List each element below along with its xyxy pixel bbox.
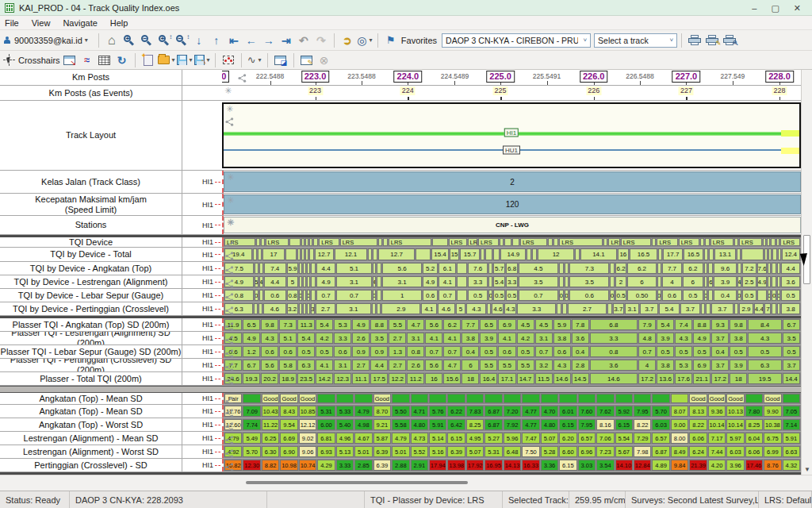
cell[interactable]: 17 — [262, 248, 285, 260]
sd-align-mean-label[interactable]: Lestrengan (Alignment) - Mean SD — [0, 432, 182, 444]
tqi-align-label[interactable]: TQI by Device - Lestrengan (Alignment) — [0, 275, 182, 288]
cell[interactable]: 3.3 — [506, 276, 518, 287]
cell[interactable] — [303, 290, 306, 301]
cell[interactable]: 15.4 — [431, 248, 449, 260]
menu-file[interactable]: File — [5, 18, 19, 28]
cell[interactable]: 5.14 — [429, 433, 446, 444]
cell[interactable]: 2.85 — [354, 460, 372, 471]
cell[interactable]: 0.7 — [336, 290, 371, 301]
cell[interactable]: 0 — [610, 290, 615, 301]
cell[interactable] — [757, 290, 767, 301]
cell[interactable]: 0.6 — [334, 346, 351, 357]
cell[interactable] — [485, 394, 502, 403]
data-table-button[interactable] — [97, 52, 113, 68]
cell[interactable]: 9.54 — [280, 419, 297, 430]
cell[interactable]: LRS — [449, 238, 467, 246]
km-event[interactable]: 228 — [772, 87, 787, 95]
cell[interactable]: 6.03 — [652, 419, 669, 430]
cell[interactable] — [737, 263, 741, 274]
speed-limit-value-bar[interactable]: 120✳ — [224, 194, 801, 214]
cell[interactable]: 0.7 — [535, 346, 553, 357]
cell[interactable]: Good — [726, 394, 744, 403]
cell[interactable]: 4.4 — [754, 303, 764, 314]
cell[interactable]: 7.7 — [462, 319, 479, 330]
cell[interactable]: 7.3 — [279, 319, 297, 330]
cell[interactable]: 0.4 — [572, 346, 589, 357]
new-document-button[interactable] — [140, 52, 156, 68]
cell[interactable]: 6.8 — [506, 263, 518, 274]
menu-view[interactable]: View — [32, 18, 51, 28]
close-view-button[interactable]: ⊗ — [316, 52, 332, 68]
cell[interactable]: 4.1 — [443, 333, 461, 344]
cell[interactable] — [253, 248, 257, 260]
cell[interactable]: 4.67 — [354, 433, 372, 444]
cell[interactable]: 2.9 — [739, 303, 753, 314]
cell[interactable]: 0.5 — [517, 346, 534, 357]
cell[interactable]: 3.7 — [640, 303, 658, 314]
cell[interactable] — [734, 238, 738, 246]
cell[interactable]: 19.3 — [243, 373, 260, 384]
cell[interactable]: 12.30 — [243, 460, 260, 471]
cell[interactable]: 6.30 — [262, 446, 279, 457]
cell[interactable]: 6.99 — [764, 446, 781, 457]
cell[interactable]: 0.6 — [569, 290, 609, 301]
cell[interactable]: 6.48 — [504, 446, 521, 457]
cell[interactable] — [411, 394, 428, 403]
cell[interactable]: LRS — [389, 238, 431, 246]
cell[interactable]: 3.7 — [613, 303, 624, 314]
cell[interactable]: 0 — [565, 290, 569, 301]
cell[interactable]: 5.9 — [553, 319, 571, 330]
tqi-cross-data[interactable]: 6.34.63.232.73.12.94.14.654.34.64.33.32.… — [222, 302, 801, 315]
cell[interactable]: 0.4 — [714, 290, 736, 301]
cell[interactable]: 4.9 — [243, 333, 260, 344]
cell[interactable]: 0.5 — [297, 346, 315, 357]
cell[interactable]: 5.4 — [297, 333, 315, 344]
cell[interactable]: 6.90 — [280, 446, 297, 457]
cell[interactable]: 8.49 — [671, 446, 688, 457]
cell[interactable]: 2.7 — [568, 303, 607, 314]
tqi-top-label[interactable]: TQI by Device - Angkatan (Top) — [0, 262, 182, 275]
cell[interactable]: 7.9 — [638, 319, 656, 330]
cell[interactable] — [610, 276, 615, 287]
cell[interactable]: LRS — [319, 238, 339, 246]
cell[interactable]: 4.89 — [652, 460, 669, 471]
cell[interactable]: 0.8 — [407, 346, 424, 357]
cell[interactable]: 6.04 — [745, 433, 763, 444]
cell[interactable] — [615, 394, 633, 403]
cell[interactable] — [652, 394, 669, 403]
cell[interactable]: 5.27 — [485, 433, 502, 444]
cell[interactable] — [311, 276, 316, 287]
cell[interactable]: 3.1 — [625, 303, 639, 314]
cell[interactable] — [778, 248, 781, 260]
cell[interactable]: 5.5 — [517, 360, 534, 371]
cell[interactable]: 3.6 — [590, 360, 638, 371]
cell[interactable]: 3.5 — [370, 333, 388, 344]
cell[interactable] — [776, 238, 779, 246]
cell[interactable]: 19.5 — [748, 373, 782, 384]
cell[interactable] — [303, 263, 306, 274]
cell[interactable]: 3.5 — [519, 276, 558, 287]
cell[interactable]: 2.88 — [392, 460, 409, 471]
cell[interactable]: 11.5 — [535, 373, 553, 384]
cell[interactable]: 4.3 — [553, 360, 571, 371]
cell[interactable]: 5.6 — [382, 263, 422, 274]
cell[interactable]: 8.8 — [693, 319, 710, 330]
cell[interactable]: 8.25 — [466, 419, 484, 430]
cell[interactable]: 1 — [382, 290, 422, 301]
cell[interactable]: 6.06 — [689, 433, 707, 444]
pl-gauge-label[interactable]: Plasser TQI - Lebar Sepur (Gauge) SD (20… — [0, 345, 182, 358]
tqi-total-data[interactable]: 19.41712.712.112.715.41515.714.91214.116… — [222, 248, 801, 261]
cell[interactable] — [562, 303, 567, 314]
cell[interactable]: 12.1 — [335, 248, 368, 260]
track-class-value-bar[interactable]: 2✳ — [224, 171, 801, 192]
cell[interactable] — [610, 263, 615, 274]
save-button[interactable]: ▾ — [177, 52, 193, 68]
cell[interactable] — [658, 248, 662, 260]
cell[interactable]: 5.01 — [354, 446, 372, 457]
cell[interactable] — [378, 238, 382, 246]
cell[interactable]: 4.32 — [783, 460, 800, 471]
cell[interactable] — [258, 248, 262, 260]
cell[interactable]: 4.9 — [352, 319, 370, 330]
cell[interactable]: 4.80 — [541, 419, 558, 430]
cell[interactable]: 12.3 — [334, 373, 351, 384]
